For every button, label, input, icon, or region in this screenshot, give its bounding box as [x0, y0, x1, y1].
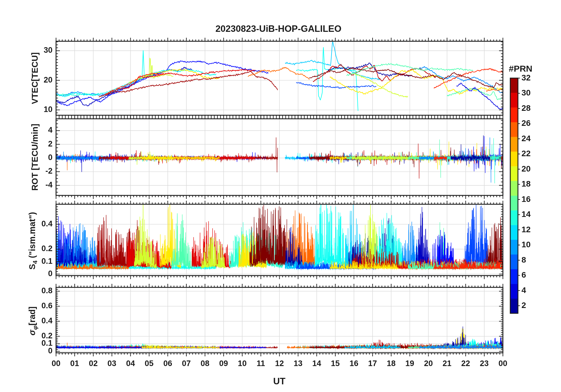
- x-axis-label: UT: [132, 376, 427, 387]
- y-tick-label: 0: [20, 269, 53, 278]
- chart-title: 20230823-UiB-HOP-GALILEO: [131, 24, 426, 34]
- rot-panel: [56, 119, 503, 195]
- colorbar-tick-label: 8: [521, 255, 526, 265]
- y-tick-label: 30: [20, 46, 53, 55]
- y-tick-label: 0.4: [20, 219, 53, 228]
- y-tick-label: 20: [20, 75, 53, 85]
- y-tick-label: 0.1: [20, 257, 53, 266]
- colorbar-tick-label: 2: [521, 301, 526, 310]
- colorbar-tick-label: 4: [521, 286, 526, 295]
- y-tick-label: -4: [20, 180, 53, 190]
- prn-colorbar: [510, 78, 518, 313]
- y-tick-label: -2: [20, 167, 53, 176]
- colorbar-tick-label: 14: [521, 210, 531, 219]
- y-tick-label: 0.2: [20, 331, 53, 340]
- colorbar-tick-label: 16: [521, 195, 531, 204]
- colorbar-tick-label: 22: [521, 149, 531, 158]
- colorbar-tick-label: 18: [521, 179, 531, 189]
- y-tick-label: 2: [20, 139, 53, 149]
- colorbar-tick-label: 20: [521, 164, 531, 174]
- colorbar-tick-label: 12: [521, 225, 531, 234]
- s4-panel: [56, 204, 503, 276]
- y-tick-label: 0.2: [20, 244, 53, 253]
- colorbar-tick-label: 26: [521, 118, 531, 128]
- y-tick-label: 0.6: [20, 301, 53, 310]
- y-tick-label: 0: [20, 153, 53, 162]
- colorbar-tick-label: 30: [521, 88, 531, 98]
- y-tick-label: 4: [20, 126, 53, 135]
- colorbar-tick-label: 32: [521, 73, 531, 83]
- colorbar-title: #PRN: [501, 64, 540, 74]
- colorbar-tick-label: 28: [521, 103, 531, 113]
- colorbar-tick-label: 6: [521, 270, 526, 280]
- x-tick-label: 00: [491, 359, 515, 368]
- y-tick-label: 10: [20, 105, 53, 114]
- colorbar-tick-label: 10: [521, 240, 531, 249]
- vtec-panel: [56, 41, 503, 115]
- sigma-phi-panel: [56, 287, 503, 353]
- y-tick-label: 0.8: [20, 286, 53, 295]
- colorbar-tick-label: 24: [521, 134, 531, 143]
- y-tick-label: 0.4: [20, 316, 53, 325]
